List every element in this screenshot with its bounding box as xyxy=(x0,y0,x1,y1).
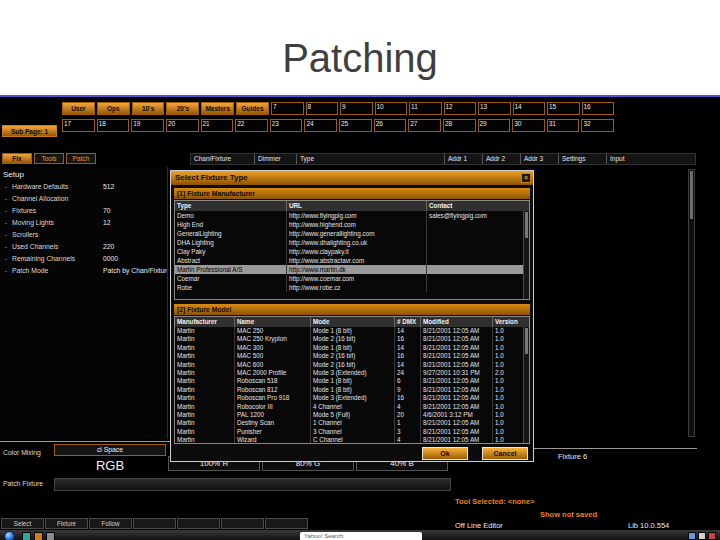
model-row[interactable]: Martin Wizard C Channel 4 8/21/2001 12:0… xyxy=(175,436,529,444)
grid-cell[interactable]: 16 xyxy=(582,102,615,115)
dialog-title-bar[interactable]: Select Fixture Type × xyxy=(171,171,533,185)
scrollbar-thumb[interactable] xyxy=(525,328,528,354)
setup-item[interactable]: Hardware Defaults 512 xyxy=(3,183,167,195)
bottom-tab[interactable] xyxy=(133,518,176,529)
grid-cell[interactable]: 25 xyxy=(339,119,372,132)
model-row[interactable]: Martin MAC 500 Mode 2 (16 bit) 16 8/21/2… xyxy=(175,352,529,360)
tray-icon-1[interactable] xyxy=(688,532,696,540)
toolbar-tab[interactable]: Fix xyxy=(2,153,32,164)
toolbar-tab[interactable]: Tools xyxy=(34,153,64,164)
grid-cell[interactable]: 20 xyxy=(166,119,199,132)
grid-cell[interactable]: 14 xyxy=(513,102,546,115)
bottom-tab[interactable] xyxy=(265,518,308,529)
bottom-tab[interactable] xyxy=(221,518,264,529)
setup-item[interactable]: Channel Allocation xyxy=(3,195,167,207)
start-button[interactable] xyxy=(4,531,15,540)
model-row[interactable]: Martin Robocolor III 4 Channel 4 8/21/20… xyxy=(175,403,529,411)
manufacturer-row[interactable]: GeneralLighting http://www.generallighti… xyxy=(175,229,529,238)
grid-cell[interactable]: 8 xyxy=(306,102,339,115)
manufacturer-row[interactable]: Martin Professional A/S http://www.marti… xyxy=(175,265,529,274)
scrollbar-thumb[interactable] xyxy=(525,212,528,238)
model-row[interactable]: Martin Roboscan 518 Mode 1 (8 bit) 6 8/2… xyxy=(175,377,529,385)
grid-cell[interactable]: 12 xyxy=(444,102,477,115)
grid-label-button[interactable]: 10's xyxy=(132,102,165,115)
model-row[interactable]: Martin Roboscan 812 Mode 1 (8 bit) 9 8/2… xyxy=(175,386,529,394)
grid-cell[interactable]: 13 xyxy=(478,102,511,115)
setup-item[interactable]: Scrollers xyxy=(3,231,167,243)
model-row[interactable]: Martin PAL 1200 Mode 5 (Full) 20 4/6/200… xyxy=(175,411,529,419)
manufacturer-row[interactable]: DHA Lighting http://www.dhalighting.co.u… xyxy=(175,238,529,247)
grid-cell[interactable]: 19 xyxy=(131,119,164,132)
model-modified-date: 8/21/2001 12:05 AM xyxy=(421,344,493,352)
model-row[interactable]: Martin Roboscan Pro 918 Mode 3 (Extended… xyxy=(175,394,529,402)
model-mode: Mode 2 (16 bit) xyxy=(311,335,395,343)
grid-cell[interactable]: 30 xyxy=(512,119,545,132)
grid-cell[interactable]: 27 xyxy=(408,119,441,132)
column-header: Input xyxy=(607,154,655,164)
taskbar-search-input[interactable]: Yahoo! Search xyxy=(300,532,422,540)
model-row[interactable]: Martin MAC 2000 Profile Mode 3 (Extended… xyxy=(175,369,529,377)
bottom-tab[interactable]: Follow xyxy=(89,518,132,529)
bottom-tab[interactable]: Select xyxy=(1,518,44,529)
bottom-tab[interactable]: Fixture xyxy=(45,518,88,529)
grid-cell[interactable]: 28 xyxy=(443,119,476,132)
grid-label-button[interactable]: Masters xyxy=(201,102,234,115)
grid-label-button[interactable]: 20's xyxy=(166,102,199,115)
tray-icon-2[interactable] xyxy=(698,532,706,540)
grid-label-button[interactable]: Ops xyxy=(97,102,130,115)
background-scrollbar[interactable] xyxy=(688,169,695,437)
grid-label-button[interactable]: Guides xyxy=(236,102,269,115)
grid-label-button[interactable]: User xyxy=(62,102,95,115)
manufacturer-row[interactable]: Coemar http://www.coemar.com xyxy=(175,274,529,283)
grid-cell[interactable]: 22 xyxy=(235,119,268,132)
color-space-button[interactable]: cl Space xyxy=(54,444,166,456)
model-row[interactable]: Martin Punisher 3 Channel 3 8/21/2001 12… xyxy=(175,428,529,436)
taskbar-app-icon-3[interactable] xyxy=(46,532,55,540)
setup-item[interactable]: Patch Mode Patch by Chan/Fixture xyxy=(3,267,167,279)
setup-item[interactable]: Remaining Channels 0000 xyxy=(3,255,167,267)
grid-cell[interactable]: 21 xyxy=(201,119,234,132)
toolbar-tab[interactable]: Patch xyxy=(66,153,96,164)
ok-button[interactable]: Ok xyxy=(422,447,468,460)
tray-icon-3[interactable] xyxy=(708,532,716,540)
cancel-button[interactable]: Cancel xyxy=(482,447,528,460)
grid-cell[interactable]: 29 xyxy=(478,119,511,132)
bottom-tab[interactable] xyxy=(177,518,220,529)
setup-item[interactable]: Moving Lights 12 xyxy=(3,219,167,231)
scrollbar-thumb[interactable] xyxy=(690,171,693,219)
model-mode: 4 Channel xyxy=(311,403,395,411)
model-row[interactable]: Martin MAC 250 Mode 1 (8 bit) 14 8/21/20… xyxy=(175,327,529,335)
grid-cell[interactable]: 11 xyxy=(409,102,442,115)
grid-cell[interactable]: 31 xyxy=(547,119,580,132)
grid-cell[interactable]: 15 xyxy=(547,102,580,115)
model-row[interactable]: Martin Destiny Scan 1 Channel 1 8/21/200… xyxy=(175,419,529,427)
manufacturer-scrollbar[interactable] xyxy=(523,211,529,299)
model-row[interactable]: Martin MAC 300 Mode 1 (8 bit) 14 8/21/20… xyxy=(175,344,529,352)
setup-item[interactable]: Used Channels 220 xyxy=(3,243,167,255)
manufacturer-row[interactable]: Demo http://www.flyingpig.com sales@flyi… xyxy=(175,211,529,220)
column-header: Modified xyxy=(421,317,493,327)
grid-cell[interactable]: 10 xyxy=(375,102,408,115)
grid-cell[interactable]: 7 xyxy=(271,102,304,115)
taskbar-app-icon-2[interactable] xyxy=(34,532,43,540)
grid-cell[interactable]: 26 xyxy=(374,119,407,132)
manufacturer-row[interactable]: High End http://www.highend.com xyxy=(175,220,529,229)
grid-cell[interactable]: 23 xyxy=(270,119,303,132)
taskbar-app-icon-1[interactable] xyxy=(22,532,31,540)
setup-item-value: 70 xyxy=(103,207,111,214)
sub-page-button[interactable]: Sub Page: 1 xyxy=(2,125,57,137)
model-scrollbar[interactable] xyxy=(523,327,529,443)
manufacturer-row[interactable]: Clay Paky http://www.claypaky.it xyxy=(175,247,529,256)
setup-item[interactable]: Fixtures 70 xyxy=(3,207,167,219)
grid-cell[interactable]: 17 xyxy=(62,119,95,132)
close-icon[interactable]: × xyxy=(521,173,531,183)
model-row[interactable]: Martin MAC 250 Krypton Mode 2 (16 bit) 1… xyxy=(175,335,529,343)
grid-cell[interactable]: 32 xyxy=(581,119,614,132)
patch-fixture-bar[interactable] xyxy=(54,478,451,491)
model-row[interactable]: Martin MAC 600 Mode 2 (16 bit) 14 8/21/2… xyxy=(175,361,529,369)
grid-cell[interactable]: 9 xyxy=(340,102,373,115)
manufacturer-row[interactable]: Robe http://www.robe.cz xyxy=(175,283,529,292)
grid-cell[interactable]: 24 xyxy=(304,119,337,132)
manufacturer-row[interactable]: Abstract http://www.abstractavr.com xyxy=(175,256,529,265)
grid-cell[interactable]: 18 xyxy=(97,119,130,132)
